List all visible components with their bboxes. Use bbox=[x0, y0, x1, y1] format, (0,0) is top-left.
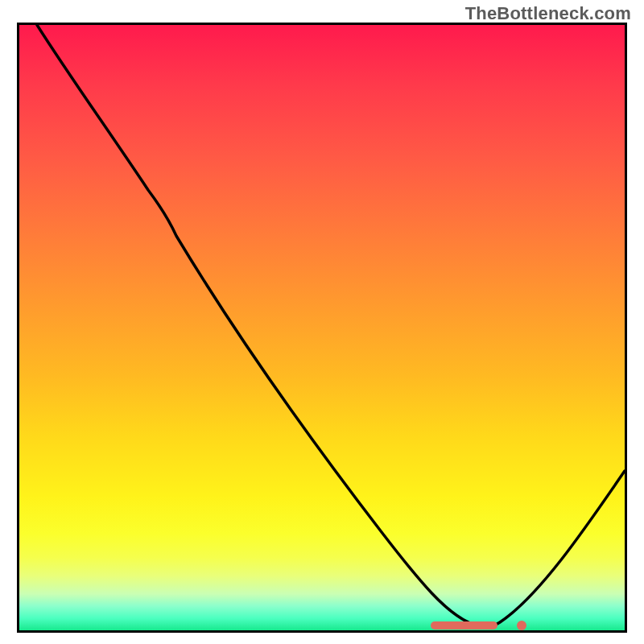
watermark-text: TheBottleneck.com bbox=[465, 3, 631, 24]
curve-path bbox=[37, 25, 625, 627]
plot-area bbox=[17, 23, 627, 633]
optimal-range-marker bbox=[431, 621, 497, 630]
chart-container: TheBottleneck.com bbox=[0, 0, 644, 644]
bottleneck-curve bbox=[19, 25, 625, 630]
optimal-point-marker bbox=[517, 621, 526, 630]
